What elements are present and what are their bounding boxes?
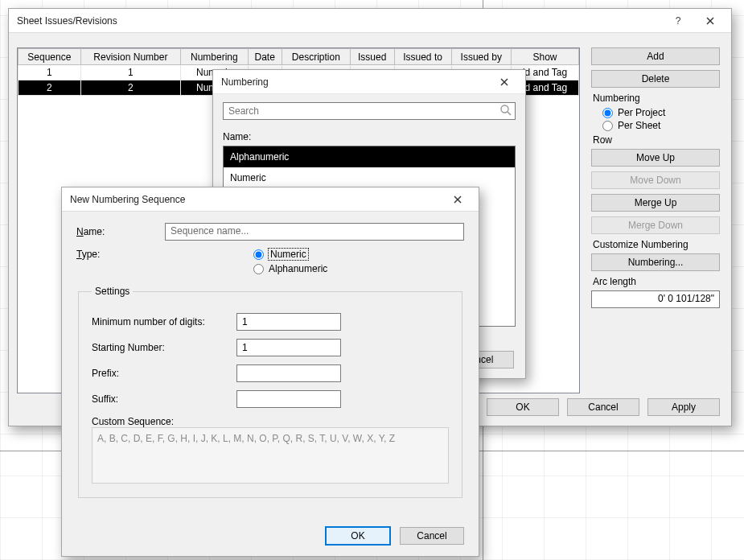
help-button[interactable]: ? <box>662 10 694 32</box>
customize-numbering-button[interactable]: Numbering... <box>591 253 720 271</box>
type-alphanumeric-radio[interactable]: Alphanumeric <box>253 263 327 274</box>
list-item[interactable]: Numeric <box>224 167 515 188</box>
svg-point-4 <box>501 105 508 113</box>
prefix-input[interactable] <box>236 364 341 382</box>
search-input[interactable] <box>223 102 516 120</box>
row-group-label: Row <box>593 134 720 146</box>
numbering-group-label: Numbering <box>593 93 720 104</box>
col-issuedto[interactable]: Issued to <box>394 49 451 65</box>
dialog-title: Sheet Issues/Revisions <box>17 15 662 27</box>
min-digits-input[interactable] <box>236 313 341 331</box>
titlebar[interactable]: New Numbering Sequence <box>62 187 479 212</box>
ok-button[interactable]: OK <box>326 527 390 545</box>
name-label: Name: <box>223 131 516 142</box>
name-label: Name: <box>76 226 165 237</box>
starting-number-input[interactable] <box>236 339 341 356</box>
search-icon <box>499 104 512 117</box>
per-sheet-radio[interactable]: Per Sheet <box>602 120 720 131</box>
custom-sequence-label: Custom Sequence: <box>92 416 174 427</box>
sequence-name-input[interactable]: Sequence name... <box>165 223 464 241</box>
type-label: Type: <box>76 249 165 260</box>
titlebar[interactable]: Sheet Issues/Revisions ? <box>9 9 731 33</box>
col-date[interactable]: Date <box>248 49 282 65</box>
add-button[interactable]: Add <box>591 47 720 65</box>
move-down-button: Move Down <box>591 171 720 189</box>
close-icon <box>706 17 714 25</box>
starting-number-label: Starting Number: <box>92 342 236 353</box>
custom-sequence-box: A, B, C, D, E, F, G, H, I, J, K, L, M, N… <box>92 427 449 484</box>
merge-down-button: Merge Down <box>591 216 720 234</box>
cancel-button[interactable]: Cancel <box>400 527 464 545</box>
new-numbering-sequence-dialog: New Numbering Sequence Name: Sequence na… <box>61 187 479 557</box>
dialog-title: Numbering <box>221 76 488 88</box>
merge-up-button[interactable]: Merge Up <box>591 194 720 212</box>
apply-button[interactable]: Apply <box>647 398 720 416</box>
min-digits-label: Minimum number of digits: <box>92 316 236 327</box>
col-desc[interactable]: Description <box>282 49 350 65</box>
col-revnum[interactable]: Revision Number <box>80 49 180 65</box>
list-item[interactable]: Alphanumeric <box>224 146 515 167</box>
svg-line-5 <box>508 112 511 115</box>
close-button[interactable] <box>442 188 474 211</box>
suffix-label: Suffix: <box>92 393 236 405</box>
dialog-title: New Numbering Sequence <box>70 194 442 205</box>
arc-length-input[interactable]: 0' 0 101/128" <box>591 290 720 308</box>
cancel-button[interactable]: Cancel <box>567 398 639 416</box>
col-issued[interactable]: Issued <box>350 49 394 65</box>
settings-group: Settings Minimum number of digits: Start… <box>78 286 462 498</box>
settings-legend: Settings <box>92 286 133 297</box>
col-issuedby[interactable]: Issued by <box>451 49 511 65</box>
titlebar[interactable]: Numbering <box>213 70 525 94</box>
suffix-input[interactable] <box>236 390 341 408</box>
prefix-label: Prefix: <box>92 368 236 379</box>
delete-button[interactable]: Delete <box>591 70 720 88</box>
type-numeric-radio[interactable]: Numeric <box>253 249 327 260</box>
col-numbering[interactable]: Numbering <box>181 49 248 65</box>
col-sequence[interactable]: Sequence <box>18 49 81 65</box>
close-button[interactable] <box>694 10 726 32</box>
ok-button[interactable]: OK <box>487 398 559 416</box>
col-show[interactable]: Show <box>511 49 578 65</box>
move-up-button[interactable]: Move Up <box>591 149 720 167</box>
per-project-radio[interactable]: Per Project <box>602 107 720 118</box>
customize-group-label: Customize Numbering <box>593 239 720 250</box>
close-button[interactable] <box>488 71 520 93</box>
close-icon <box>500 78 508 86</box>
arc-length-label: Arc length <box>593 276 720 287</box>
close-icon <box>454 196 462 204</box>
